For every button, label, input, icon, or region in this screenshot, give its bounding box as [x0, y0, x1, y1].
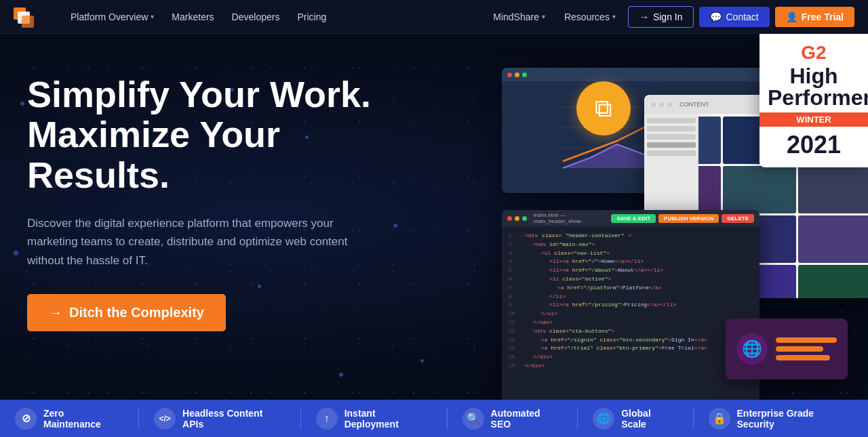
- chart-titlebar: [502, 68, 787, 81]
- g2-year: 2021: [768, 131, 860, 159]
- feature-enterprise-security-label: Enterprise Grade Security: [737, 408, 853, 430]
- contact-button[interactable]: 💬 Contact: [699, 7, 769, 27]
- nav-marketers-label: Marketers: [172, 12, 214, 22]
- globe-line: [776, 355, 830, 360]
- logo[interactable]: [14, 5, 43, 29]
- enterprise-security-icon: 🔒: [709, 408, 730, 430]
- cta-button[interactable]: → Ditch the Complexity: [27, 294, 226, 331]
- feature-headless-apis: </> Headless Content APIs: [139, 408, 301, 430]
- globe-lines: [776, 337, 837, 360]
- sidebar-item: [647, 134, 696, 140]
- dot-decor: [420, 359, 424, 362]
- feature-automated-seo: 🔍 Automated SEO: [448, 408, 578, 430]
- hero-subtitle: Discover the digital experience platform…: [27, 214, 353, 270]
- headless-apis-icon: </>: [154, 408, 176, 430]
- contact-icon: 💬: [710, 12, 722, 22]
- feature-zero-maintenance-label: Zero Maintenance: [43, 408, 123, 430]
- max-dot: [522, 216, 527, 221]
- nav-developers[interactable]: Developers: [225, 7, 287, 26]
- chevron-down-icon: ▾: [612, 13, 616, 20]
- delete-button[interactable]: DELETE: [722, 214, 754, 223]
- nav-resources[interactable]: Resources ▾: [557, 7, 623, 26]
- feature-instant-deploy: ↑ Instant Deployment: [301, 408, 448, 430]
- media-cell: [723, 166, 797, 213]
- code-filename: index.html — main_header_show: [534, 212, 608, 224]
- code-titlebar: index.html — main_header_show SAVE & EDI…: [502, 210, 760, 226]
- feature-automated-seo-label: Automated SEO: [491, 408, 563, 430]
- chevron-down-icon: ▾: [151, 13, 154, 20]
- nav-resources-label: Resources: [564, 12, 610, 22]
- globe-card: 🌐: [726, 318, 848, 379]
- dot-decor: [339, 373, 343, 377]
- signin-button[interactable]: → Sign In: [628, 6, 694, 28]
- nav-marketers[interactable]: Marketers: [165, 7, 220, 26]
- g2-performer: Performer: [768, 87, 860, 108]
- dot-decor: [393, 224, 397, 228]
- g2-logo: G2: [768, 42, 860, 64]
- user-icon: 👤: [786, 12, 797, 22]
- hero-content: Simplify Your Work. Maximize Your Result…: [27, 75, 393, 331]
- nav-mindshare[interactable]: MindShare ▾: [486, 7, 552, 26]
- feature-global-scale-label: Global Scale: [621, 408, 677, 430]
- feature-headless-apis-label: Headless Content APIs: [182, 408, 285, 430]
- sidebar-item: [647, 150, 696, 156]
- media-cell: [798, 265, 868, 298]
- contact-label: Contact: [726, 12, 758, 22]
- code-screenshot: index.html — main_header_show SAVE & EDI…: [502, 210, 760, 400]
- min-dot: [515, 72, 519, 77]
- hero-section: Simplify Your Work. Maximize Your Result…: [0, 34, 868, 400]
- nav-platform-overview-label: Platform Overview: [71, 12, 148, 22]
- g2-high: High: [768, 65, 860, 87]
- signin-label: Sign In: [653, 12, 683, 22]
- nav-platform-overview[interactable]: Platform Overview ▾: [64, 7, 161, 26]
- globe-icon: 🌐: [736, 333, 768, 365]
- media-cell: [798, 166, 868, 213]
- media-bar-text: CONTENT: [679, 101, 709, 108]
- signin-icon: →: [639, 12, 649, 22]
- media-cell: [798, 215, 868, 263]
- nav-pricing-label: Pricing: [297, 12, 326, 22]
- nav-mindshare-label: MindShare: [493, 12, 539, 22]
- nav-right: MindShare ▾ Resources ▾ → Sign In 💬 Cont…: [486, 6, 854, 28]
- navbar: Platform Overview ▾ Marketers Developers…: [0, 0, 868, 34]
- dot-decor: [14, 251, 18, 255]
- sidebar-item: [647, 126, 696, 131]
- features-bar: ⊘ Zero Maintenance </> Headless Content …: [0, 400, 868, 437]
- min-dot: [515, 216, 519, 221]
- zero-maintenance-icon: ⊘: [15, 408, 37, 430]
- globe-line: [776, 337, 837, 343]
- copy-icon-badge: ⧉: [576, 81, 631, 136]
- nav-left: Platform Overview ▾ Marketers Developers…: [64, 7, 486, 26]
- sidebar-item: [647, 142, 696, 148]
- nav-developers-label: Developers: [232, 12, 280, 22]
- free-trial-button[interactable]: 👤 Free Trial: [775, 7, 854, 27]
- arrow-icon: →: [49, 305, 62, 320]
- feature-zero-maintenance: ⊘ Zero Maintenance: [0, 408, 139, 430]
- feature-global-scale: 🌐 Global Scale: [578, 408, 693, 430]
- instant-deploy-icon: ↑: [316, 408, 338, 430]
- max-dot: [667, 102, 672, 107]
- automated-seo-icon: 🔍: [462, 408, 484, 430]
- cta-label: Ditch the Complexity: [69, 305, 204, 320]
- close-dot: [651, 102, 656, 107]
- close-dot: [507, 72, 512, 77]
- max-dot: [522, 72, 527, 77]
- nav-pricing[interactable]: Pricing: [290, 7, 333, 26]
- sidebar-item: [647, 118, 696, 123]
- publish-button[interactable]: PUBLISH VERSION: [658, 214, 719, 223]
- chevron-down-icon: ▾: [542, 13, 545, 20]
- global-scale-icon: 🌐: [593, 408, 614, 430]
- free-trial-label: Free Trial: [802, 12, 844, 22]
- feature-enterprise-security: 🔒 Enterprise Grade Security: [694, 408, 868, 430]
- feature-instant-deploy-label: Instant Deployment: [344, 408, 432, 430]
- code-content: 1<div class="header-container"> 2<nav id…: [502, 226, 760, 376]
- g2-winter: WINTER: [760, 112, 868, 127]
- close-dot: [507, 216, 512, 221]
- globe-line: [776, 346, 823, 352]
- svg-rect-2: [22, 16, 34, 28]
- code-actions: SAVE & EDIT PUBLISH VERSION DELETE: [611, 214, 754, 223]
- save-code-button[interactable]: SAVE & EDIT: [611, 214, 656, 223]
- hero-title: Simplify Your Work. Maximize Your Result…: [27, 75, 393, 195]
- g2-badge: G2 High Performer WINTER 2021: [760, 34, 868, 167]
- dot-decor: [20, 102, 24, 106]
